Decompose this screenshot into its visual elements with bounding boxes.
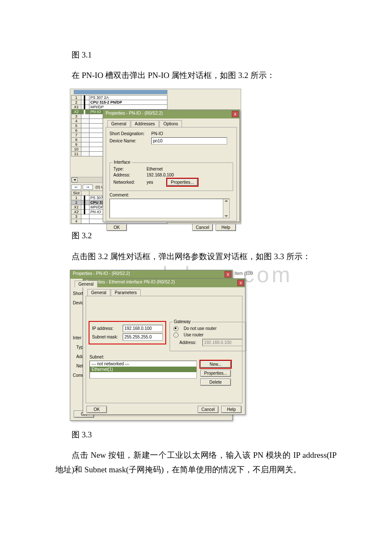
networked-value: yes	[147, 180, 164, 185]
ok-button[interactable]: OK	[86, 406, 107, 413]
gateway-group: Gateway Do not use router Use router Add…	[170, 322, 246, 351]
subnet-properties-button[interactable]: Properties...	[200, 370, 231, 377]
radio-use-router[interactable]	[173, 332, 179, 338]
tab-parameters[interactable]: Parameters	[111, 289, 141, 296]
ip-address-label: IP address:	[92, 326, 119, 331]
dialog-tabs[interactable]: General Addresses Options	[107, 120, 238, 127]
comment-label: Comment:	[110, 193, 135, 197]
interface-group: Interface Type: Ethernet Address: 192.16…	[110, 162, 233, 191]
ethernet-interface-dialog: Properties - Ethernet interface PN-IO (R…	[83, 278, 245, 415]
paragraph-3: 点击 New 按钮，新建一个工业以太网络，输入该 PN 模块的 IP addre…	[55, 448, 337, 477]
no-router-label: Do not use router	[184, 326, 216, 331]
tab-general[interactable]: General	[75, 280, 98, 287]
close-icon[interactable]: x	[225, 271, 231, 278]
help-button[interactable]: Help	[216, 224, 236, 231]
subnet-listbox[interactable]: --- not networked --- Ethernet(1)	[89, 361, 197, 379]
subnet-item-not-networked[interactable]: --- not networked ---	[90, 361, 196, 367]
front-dialog-tabs[interactable]: General Parameters	[87, 289, 243, 296]
textarea-scrollbar[interactable]	[223, 199, 229, 218]
item-count-text: Item (100	[235, 271, 253, 276]
ip-address-input[interactable]	[123, 325, 163, 332]
rack-title-bar	[74, 90, 167, 94]
paragraph-2: 点击图 3.2 属性对话框，弹出网络参数设置对话框，如图 3.3 所示：	[55, 249, 337, 264]
pnio-properties-dialog: Properties - PN-IO - (R0/S2.2) x General…	[103, 110, 240, 222]
tab-addresses[interactable]: Addresses	[131, 120, 159, 127]
device-name-input[interactable]	[151, 137, 227, 145]
type-value: Ethernet	[147, 167, 163, 171]
back-dialog-title: Properties - PN-IO - (R0/S2.2)	[73, 271, 130, 276]
radio-no-router[interactable]	[173, 326, 179, 331]
type-label: Type:	[113, 167, 143, 171]
gateway-legend: Gateway	[173, 319, 192, 324]
figure-3-1-label: 图 3.1	[55, 48, 337, 62]
tab-options[interactable]: Options	[159, 120, 182, 127]
paragraph-1: 在 PN-IO 槽双击弹出 PN-IO 属性对话框，如图 3.2 所示：	[55, 68, 337, 83]
address-value: 192.168.0.100	[147, 173, 174, 177]
scroll-left-icon[interactable]: ◄	[72, 177, 78, 182]
screenshot-fig-3-3: Properties - PN-IO - (R0/S2.2) x Item (1…	[70, 270, 253, 423]
subnet-buttons: New... Properties... Delete	[200, 361, 231, 386]
front-dialog-footer: OK Cancel Help	[86, 406, 242, 413]
short-designation-value: PN-IO	[151, 131, 163, 136]
ok-button[interactable]: OK	[107, 224, 127, 231]
cancel-button[interactable]: Cancel	[198, 406, 219, 413]
document-page: 图 3.1 在 PN-IO 槽双击弹出 PN-IO 属性对话框，如图 3.2 所…	[0, 0, 392, 509]
device-name-label: Device Name:	[110, 139, 148, 143]
back-arrow-icon[interactable]: ⇐	[71, 185, 81, 190]
figure-3-3-label: 图 3.3	[55, 428, 337, 442]
networked-label: Networked:	[113, 180, 143, 185]
subnet-mask-label: Subnet mask:	[92, 335, 119, 339]
back-dialog-title-bar[interactable]: Properties - PN-IO - (R0/S2.2) x Item (1…	[70, 270, 232, 279]
help-button[interactable]: Help	[221, 406, 242, 413]
close-icon[interactable]: x	[232, 111, 239, 117]
subnet-item-ethernet1[interactable]: Ethernet(1)	[90, 367, 196, 372]
dialog-footer: OK Cancel Help	[107, 224, 236, 231]
screenshot-fig-3-2: 1▌PS 307 2A2▌CPU 315-2 PN/DPX1▌MPI/DPX2▌…	[70, 89, 241, 224]
subnet-mask-input[interactable]	[123, 333, 163, 341]
new-button[interactable]: New...	[200, 361, 231, 368]
fwd-arrow-icon[interactable]: ⇒	[83, 185, 93, 190]
router-address-label: Address:	[179, 340, 199, 345]
dialog-title-bar[interactable]: Properties - PN-IO - (R0/S2.2) x	[103, 110, 239, 119]
tab-body: Short Designation: PN-IO Device Name: In…	[106, 127, 237, 221]
front-tab-body: IP address: Subnet mask: Gateway Do not …	[86, 296, 242, 403]
router-address-input	[202, 339, 242, 346]
short-designation-label: Short Designation:	[110, 131, 148, 136]
address-label: Address:	[113, 173, 143, 177]
comment-textarea[interactable]	[110, 199, 230, 218]
use-router-label: Use router	[184, 332, 204, 337]
close-icon[interactable]: x	[237, 280, 244, 286]
delete-button[interactable]: Delete	[200, 379, 231, 386]
tab-general[interactable]: General	[87, 289, 110, 296]
ip-subnet-group: IP address: Subnet mask:	[89, 322, 165, 344]
properties-button[interactable]: Properties...	[167, 179, 198, 186]
cancel-button[interactable]: Cancel	[192, 224, 213, 231]
subnet-label: Subnet:	[89, 355, 104, 359]
tab-general[interactable]: General	[107, 120, 130, 127]
front-dialog-title: Properties - Ethernet interface PN-IO (R…	[86, 280, 175, 284]
front-dialog-title-bar[interactable]: Properties - Ethernet interface PN-IO (R…	[83, 279, 245, 287]
dialog-title: Properties - PN-IO - (R0/S2.2)	[106, 111, 163, 116]
interface-legend: Interface	[112, 160, 132, 165]
